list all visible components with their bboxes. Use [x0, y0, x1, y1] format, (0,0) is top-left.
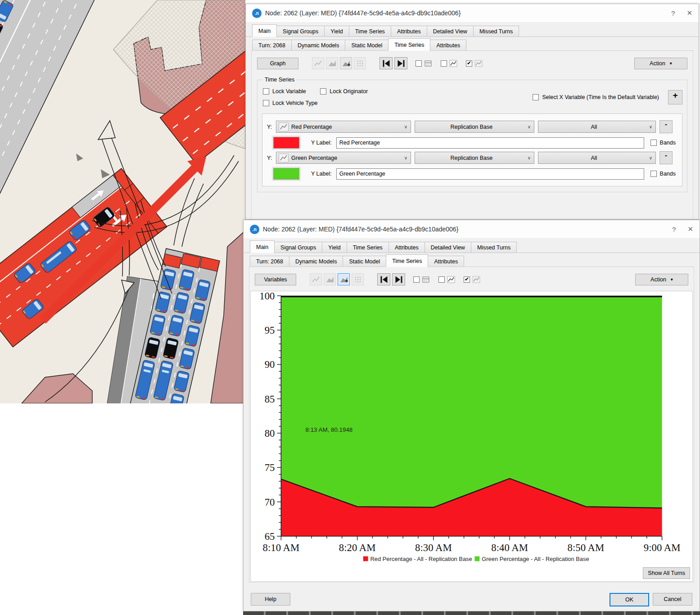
- tab-yield[interactable]: Yield: [324, 26, 349, 36]
- help-button[interactable]: ?: [671, 9, 675, 17]
- series-toggle-1[interactable]: [441, 59, 458, 68]
- add-view-button[interactable]: [338, 273, 350, 285]
- y-tick-label: 95: [265, 325, 275, 336]
- series-toggle-1[interactable]: [438, 276, 456, 284]
- series-toggle-2[interactable]: [466, 59, 483, 68]
- chart-icon: [449, 59, 458, 68]
- y-label-row-red: Y Label: Bands: [273, 137, 677, 149]
- tab-signal-groups[interactable]: Signal Groups: [274, 242, 322, 253]
- grid-view-button[interactable]: [352, 273, 364, 285]
- help-button[interactable]: Help: [251, 593, 290, 606]
- lock-vehicle-type-checkbox[interactable]: Lock Vehicle Type: [263, 100, 318, 106]
- close-button[interactable]: ✕: [687, 225, 693, 233]
- show-all-turns-button[interactable]: Show All Turns: [643, 567, 690, 579]
- area-chart-view-button[interactable]: [326, 57, 338, 69]
- area-chart-view-button[interactable]: [324, 273, 336, 285]
- dialog-title: Node: 2062 (Layer: MED) {74fd447e-5c9d-4…: [265, 9, 659, 17]
- subtab-dynamic-models[interactable]: Dynamic Models: [289, 256, 343, 267]
- tab-time-series[interactable]: Time Series: [349, 26, 391, 36]
- series-checkbox-2[interactable]: [466, 60, 472, 67]
- dialog-footer: Help OK Cancel: [244, 593, 700, 606]
- ok-button[interactable]: OK: [610, 593, 649, 606]
- time-series-group: Time Series Lock Variable Lock Originato…: [257, 77, 687, 192]
- subtab-static-model[interactable]: Static Model: [345, 40, 388, 50]
- tab-detailed-view[interactable]: Detailed View: [425, 242, 471, 253]
- line-chart-view-button[interactable]: [312, 57, 324, 69]
- variable-row-green: Y: Green Percentage∨ Replication Base∨ A…: [267, 151, 677, 164]
- tab-attributes[interactable]: Attributes: [391, 26, 427, 36]
- subtab-dynamic-models[interactable]: Dynamic Models: [291, 40, 345, 50]
- titlebar[interactable]: .n Node: 2062 (Layer: MED) {74fd447e-5c9…: [244, 220, 700, 238]
- tab-missed-turns[interactable]: Missed Turns: [471, 242, 517, 253]
- date-checkbox[interactable]: [413, 276, 420, 283]
- action-button[interactable]: Action ▾: [634, 58, 687, 69]
- select-x-variable-checkbox[interactable]: Select X Variable (Time Is the Default V…: [533, 94, 659, 100]
- network-map-svg: [0, 0, 245, 403]
- tab-yield[interactable]: Yield: [322, 242, 347, 253]
- bands-checkbox-green[interactable]: Bands: [650, 171, 676, 177]
- subtab-time-series[interactable]: Time Series: [388, 38, 430, 51]
- series-checkbox-1[interactable]: [438, 276, 445, 283]
- subtab-static-model[interactable]: Static Model: [343, 256, 386, 267]
- subtab-attributes[interactable]: Attributes: [430, 40, 466, 50]
- series-color-swatch-green[interactable]: [273, 168, 299, 180]
- close-button[interactable]: ✕: [686, 9, 692, 17]
- series-color-swatch-red[interactable]: [273, 137, 299, 149]
- lock-variable-checkbox[interactable]: Lock Variable: [263, 88, 306, 95]
- tab-main[interactable]: Main: [250, 240, 275, 253]
- help-button[interactable]: ?: [672, 226, 676, 233]
- chart-icon: [474, 59, 483, 68]
- variable-combo[interactable]: Green Percentage∨: [276, 152, 411, 164]
- time-series-page: Variables: [249, 267, 694, 583]
- tab-missed-turns[interactable]: Missed Turns: [473, 26, 519, 36]
- date-toggle[interactable]: [415, 59, 433, 68]
- titlebar[interactable]: .n Node: 2062 (Layer: MED) {74fd447e-5c9…: [246, 4, 699, 22]
- time-series-chart-panel[interactable]: 657075808590951008:10 AM8:20 AM8:30 AM8:…: [250, 291, 693, 582]
- chart-green-area: [281, 296, 662, 508]
- remove-variable-button[interactable]: -: [659, 120, 673, 133]
- last-interval-button[interactable]: [394, 57, 407, 69]
- tab-signal-groups[interactable]: Signal Groups: [276, 26, 325, 36]
- x-tick-label: 8:30 AM: [415, 542, 452, 553]
- graph-button[interactable]: Graph: [257, 58, 298, 69]
- date-checkbox[interactable]: [415, 60, 422, 67]
- legend-label: Green Percentage - All - Replication Bas…: [482, 556, 589, 562]
- vehicle-type-combo[interactable]: All∨: [538, 152, 656, 164]
- series-checkbox-1[interactable]: [441, 60, 447, 67]
- line-chart-view-button[interactable]: [310, 273, 322, 285]
- y-label-input-red[interactable]: [336, 137, 644, 149]
- first-interval-button[interactable]: [379, 57, 393, 69]
- tab-time-series[interactable]: Time Series: [347, 242, 389, 253]
- vehicle-type-combo[interactable]: All∨: [538, 121, 656, 133]
- add-view-button[interactable]: [340, 57, 352, 69]
- tab-main[interactable]: Main: [252, 24, 277, 37]
- add-variable-button[interactable]: +: [668, 90, 682, 104]
- lock-originator-checkbox[interactable]: Lock Originator: [320, 88, 368, 95]
- subtab-time-series[interactable]: Time Series: [386, 254, 428, 267]
- variable-combo[interactable]: Red Percentage∨: [276, 121, 411, 133]
- variables-button[interactable]: Variables: [255, 274, 296, 285]
- action-button[interactable]: Action ▾: [635, 274, 688, 285]
- node-dialog-bottom: .n Node: 2062 (Layer: MED) {74fd447e-5c9…: [243, 220, 700, 611]
- subtab-attributes[interactable]: Attributes: [428, 256, 464, 267]
- originator-combo[interactable]: Replication Base∨: [415, 152, 534, 164]
- subtab-turn-2068[interactable]: Turn: 2068: [252, 40, 292, 50]
- tab-detailed-view[interactable]: Detailed View: [427, 26, 474, 36]
- y-label-input-green[interactable]: [336, 168, 644, 180]
- subtab-turn-2068[interactable]: Turn: 2068: [250, 256, 289, 267]
- originator-combo[interactable]: Replication Base∨: [415, 121, 534, 133]
- tab-attributes[interactable]: Attributes: [388, 242, 425, 253]
- network-map-view[interactable]: [0, 0, 245, 403]
- group-title: Time Series: [263, 77, 296, 83]
- bands-checkbox-red[interactable]: Bands: [650, 140, 676, 146]
- cancel-button[interactable]: Cancel: [653, 593, 692, 606]
- last-interval-button[interactable]: [392, 273, 405, 285]
- series-toggle-2[interactable]: [464, 276, 481, 284]
- date-toggle[interactable]: [413, 276, 430, 284]
- series-checkbox-2[interactable]: [464, 276, 470, 283]
- time-series-chart[interactable]: 657075808590951008:10 AM8:20 AM8:30 AM8:…: [251, 291, 692, 575]
- node-dialog-top: .n Node: 2062 (Layer: MED) {74fd447e-5c9…: [245, 4, 699, 220]
- first-interval-button[interactable]: [377, 273, 390, 285]
- grid-view-button[interactable]: [354, 57, 366, 69]
- remove-variable-button[interactable]: -: [659, 151, 673, 164]
